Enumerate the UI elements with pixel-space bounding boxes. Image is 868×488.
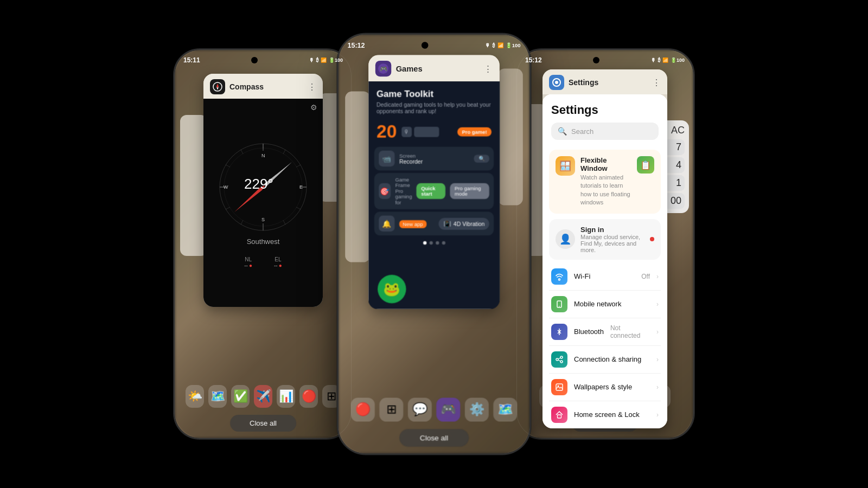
phone1-bt-icon: ₿ bbox=[316, 57, 318, 63]
phone1-dock-stats[interactable]: 📊 bbox=[277, 385, 295, 408]
phone2-notification-row: 🔔 New app 📳 4D Vibration bbox=[374, 211, 494, 235]
phone3-status-icons: 🎙 ₿ 📶 🔋100 bbox=[651, 57, 685, 63]
phone2-title-row: 🎮 Games bbox=[375, 61, 423, 76]
phone2-screen: 15:12 🎙 ₿ 📶 🔋100 bbox=[339, 35, 530, 454]
phone1-compass-card[interactable]: Compass ⋮ ⚙ bbox=[203, 74, 323, 307]
svg-line-22 bbox=[296, 207, 301, 209]
phone2-dock-games[interactable]: 🎮 bbox=[436, 398, 460, 422]
phone2-pro-badge: Pro game! bbox=[457, 127, 492, 136]
phone3-flex-title: Flexible Window bbox=[580, 156, 631, 172]
svg-rect-43 bbox=[556, 384, 563, 390]
phone2-dock-maps[interactable]: 🗺️ bbox=[493, 398, 517, 422]
phone2-dot-4 bbox=[442, 241, 445, 245]
svg-rect-45 bbox=[558, 415, 561, 418]
phone2-toolkit-title: Game Toolkit bbox=[376, 89, 492, 99]
phone3-search-placeholder: Search bbox=[571, 127, 593, 136]
phone2-quick-start-btn[interactable]: Quick start bbox=[417, 183, 445, 199]
phone2-bars bbox=[414, 126, 439, 137]
phone3-wifi-value: Off bbox=[641, 273, 650, 280]
phone2-dock-1[interactable]: 🔴 bbox=[351, 398, 375, 422]
phone2-mic-toggle: 🎙 bbox=[401, 126, 412, 137]
phone3-card-header: Settings ⋮ bbox=[542, 69, 667, 94]
phone2-recorder-icon: 📹 bbox=[379, 151, 394, 166]
svg-text:S: S bbox=[261, 217, 265, 222]
phone1-dock-maps[interactable]: 🗺️ bbox=[208, 385, 227, 408]
phone3-flex-subtitle: Watch animated tutorials to learn how to… bbox=[580, 174, 631, 207]
phone1-camera bbox=[251, 57, 258, 63]
phone3-settings-card[interactable]: Settings ⋮ Settings 🔍 Search bbox=[542, 69, 667, 428]
phone3-bt-item[interactable]: Bluetooth Not connected › bbox=[549, 318, 661, 346]
phone1-coord-el: EL bbox=[274, 256, 282, 262]
phone1-dock-compass[interactable]: ✈️ bbox=[254, 385, 272, 408]
phone3-bt-value: Not connected bbox=[610, 324, 650, 339]
phone3-sign-in[interactable]: 👤 Sign in Manage cloud service, Find My,… bbox=[549, 219, 661, 260]
phone1-mic-icon: 🎙 bbox=[309, 57, 314, 63]
phone2-status-icons: 🎙 ₿ 📶 🔋100 bbox=[485, 42, 520, 48]
phone2-menu-btn[interactable]: ⋮ bbox=[483, 63, 493, 74]
phone3-mobile-item[interactable]: Mobile network › bbox=[549, 291, 661, 318]
svg-line-20 bbox=[296, 165, 301, 167]
phone3-bt-icon bbox=[551, 324, 567, 340]
phone3-signin-title: Sign in bbox=[580, 226, 644, 234]
phone1-app-icon bbox=[210, 79, 225, 94]
phone3-mobile-arrow: › bbox=[656, 300, 659, 308]
phone1-dock-red[interactable]: 🔴 bbox=[299, 385, 318, 408]
phone3-wifi-item[interactable]: Wi-Fi Off › bbox=[549, 263, 661, 291]
bt-icon bbox=[555, 328, 564, 336]
phone1-dock-checklist[interactable]: ✅ bbox=[231, 385, 250, 408]
phone2-power bbox=[529, 137, 531, 177]
phone1-status-bar: 15:11 🎙 ₿ 📶 🔋100 bbox=[175, 50, 352, 67]
phone3-search-bar[interactable]: 🔍 Search bbox=[551, 123, 659, 140]
phone3-sharing-item[interactable]: Connection & sharing › bbox=[549, 346, 661, 374]
phone1: 15:11 🎙 ₿ 📶 🔋100 bbox=[174, 49, 353, 439]
phone2-card-header: 🎮 Games ⋮ bbox=[368, 55, 500, 81]
phone2-dot-1 bbox=[423, 241, 426, 245]
phone1-screen: 15:11 🎙 ₿ 📶 🔋100 bbox=[175, 50, 352, 438]
phone3-wallpaper-icon bbox=[551, 379, 567, 395]
phone2-dock: 🔴 ⊞ 💬 🎮 ⚙️ 🗺️ bbox=[339, 398, 530, 422]
svg-text:🎮: 🎮 bbox=[380, 65, 388, 73]
phone2-games-card[interactable]: 🎮 Games ⋮ Game Toolkit Dedicated gaming bbox=[368, 55, 500, 309]
phone1-status-icons: 🎙 ₿ 📶 🔋100 bbox=[309, 57, 343, 63]
phone2-signal-icon: 📶 bbox=[497, 42, 504, 48]
phone2-recents: 🎮 Games ⋮ Game Toolkit Dedicated gaming bbox=[339, 55, 530, 402]
phone2-recorder-text: Screen Recorder bbox=[399, 152, 469, 164]
phone1-signal-icon: 📶 bbox=[321, 57, 327, 63]
phone1-wrapper: 15:11 🎙 ₿ 📶 🔋100 bbox=[174, 49, 353, 439]
phone2-dock-3[interactable]: 💬 bbox=[408, 398, 432, 422]
svg-text:N: N bbox=[261, 153, 265, 158]
phone1-settings-icon[interactable]: ⚙ bbox=[310, 103, 317, 112]
phone3-menu-btn[interactable]: ⋮ bbox=[652, 78, 661, 88]
phone1-dock-weather[interactable]: 🌤️ bbox=[186, 385, 204, 408]
phone2-score-area: 20 🎙 Pro game! bbox=[368, 119, 500, 146]
phone2-battery-icon: 🔋100 bbox=[506, 42, 520, 48]
svg-line-23 bbox=[283, 220, 285, 224]
svg-line-17 bbox=[226, 207, 230, 209]
phone2-pro-mode-btn[interactable]: Pro gaming mode bbox=[450, 183, 489, 199]
phone3-homescreen-item[interactable]: Home screen & Lock › bbox=[549, 401, 661, 428]
phone2-dock-settings[interactable]: ⚙️ bbox=[465, 398, 489, 422]
phone2-game-content: Game Toolkit Dedicated gaming tools to h… bbox=[368, 81, 500, 309]
wallpaper-icon bbox=[555, 383, 564, 391]
phone3-signal-icon: 📶 bbox=[662, 57, 668, 63]
phone2-dock-2[interactable]: ⊞ bbox=[379, 398, 403, 422]
phone2-app-icon: 🎮 bbox=[375, 61, 391, 76]
phone3-wallpaper-item[interactable]: Wallpapers & style › bbox=[549, 374, 661, 401]
phone3-mobile-label: Mobile network bbox=[574, 300, 650, 308]
svg-line-19 bbox=[283, 150, 285, 154]
phone2-search-icon-area: 🔍 bbox=[474, 155, 489, 163]
phone2-close-all-btn[interactable]: Close all bbox=[399, 429, 469, 447]
phone2-recorder-label: Screen bbox=[399, 152, 469, 158]
phone2-toolkit-header: Game Toolkit Dedicated gaming tools to h… bbox=[368, 81, 500, 119]
phone2-notif-text: New app bbox=[399, 218, 434, 229]
phone3-recents: Settings ⋮ Settings 🔍 Search bbox=[516, 69, 693, 389]
phone3-flexible-window[interactable]: 🪟 Flexible Window Watch animated tutoria… bbox=[549, 150, 661, 214]
svg-text:229°: 229° bbox=[244, 176, 273, 192]
phone2-vibration-btn[interactable]: 📳 4D Vibration bbox=[439, 217, 489, 229]
phone2-camera bbox=[422, 42, 429, 49]
phone1-menu-btn[interactable]: ⋮ bbox=[308, 82, 316, 92]
phone1-compass-screen: ⚙ bbox=[203, 99, 323, 307]
phone1-close-all-btn[interactable]: Close all bbox=[230, 415, 296, 432]
phone3-bt-arrow: › bbox=[656, 328, 659, 336]
phone3-homescreen-arrow: › bbox=[656, 411, 659, 419]
